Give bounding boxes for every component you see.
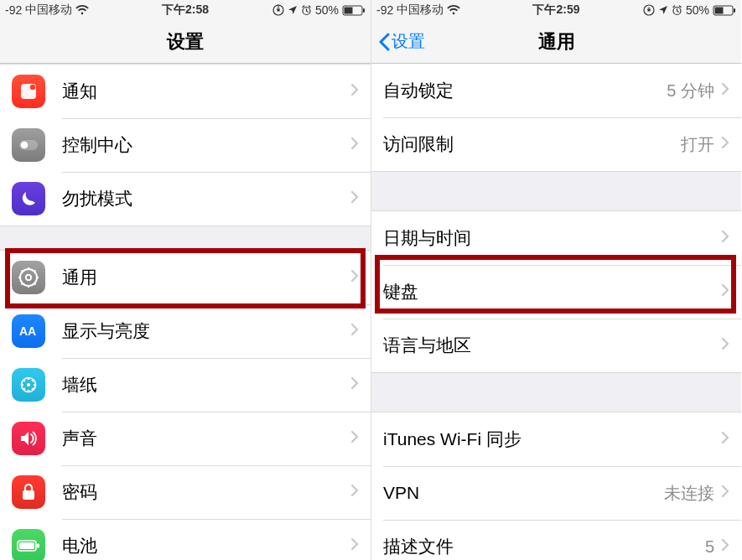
nav-bar: 设置 通用 <box>371 20 741 64</box>
rotation-lock-icon <box>272 4 284 16</box>
speaker-icon <box>12 422 45 455</box>
page-title: 设置 <box>167 29 204 54</box>
row-auto-lock[interactable]: 自动锁定 5 分钟 <box>371 64 741 117</box>
svg-rect-40 <box>734 8 735 13</box>
nav-bar: 设置 <box>0 20 371 64</box>
signal-strength: -92 <box>376 3 393 17</box>
row-label: 通知 <box>62 80 350 103</box>
alarm-icon <box>301 5 312 16</box>
row-label: iTunes Wi-Fi 同步 <box>383 428 721 451</box>
carrier-label: 中国移动 <box>25 3 72 18</box>
row-date-time[interactable]: 日期与时间 <box>371 211 741 265</box>
carrier-label: 中国移动 <box>397 3 444 18</box>
chevron-right-icon <box>721 136 729 153</box>
battery-percent: 50% <box>686 3 709 17</box>
row-label: 显示与亮度 <box>62 319 350 343</box>
list-group: 通知 控制中心 勿扰模式 <box>0 64 371 226</box>
svg-point-27 <box>23 379 25 381</box>
svg-point-11 <box>26 275 31 280</box>
chevron-right-icon <box>721 431 729 448</box>
lock-icon <box>12 475 45 509</box>
row-label: 电池 <box>62 534 350 557</box>
chevron-right-icon <box>721 485 729 501</box>
section-gap <box>371 373 741 412</box>
row-label: 键盘 <box>383 280 721 303</box>
section-gap <box>371 172 741 210</box>
chevron-right-icon <box>350 190 359 207</box>
chevron-right-icon <box>721 283 729 300</box>
back-button[interactable]: 设置 <box>378 30 425 53</box>
row-label: VPN <box>383 483 664 503</box>
row-label: 语言与地区 <box>383 334 721 357</box>
row-display-brightness[interactable]: AA 显示与亮度 <box>0 304 371 358</box>
battery-icon <box>713 5 736 16</box>
row-profiles[interactable]: 描述文件 5 <box>371 520 741 560</box>
row-detail: 5 <box>705 537 714 557</box>
settings-list[interactable]: 通知 控制中心 勿扰模式 <box>0 64 371 560</box>
row-detail: 打开 <box>681 133 714 156</box>
chevron-right-icon <box>721 230 729 246</box>
row-wallpaper[interactable]: 墙纸 <box>0 358 371 412</box>
wallpaper-icon <box>12 368 45 402</box>
svg-rect-33 <box>19 542 34 549</box>
location-icon <box>288 5 298 15</box>
list-group: 日期与时间 键盘 语言与地区 <box>371 210 741 373</box>
svg-rect-31 <box>23 490 34 500</box>
rotation-lock-icon <box>643 4 655 16</box>
row-control-center[interactable]: 控制中心 <box>0 118 371 172</box>
status-bar: -92 中国移动 下午2:59 50% <box>371 0 741 20</box>
row-general[interactable]: 通用 <box>0 251 371 304</box>
row-label: 自动锁定 <box>383 79 667 102</box>
svg-point-26 <box>34 383 36 386</box>
svg-point-30 <box>32 388 34 391</box>
moon-icon <box>12 182 45 215</box>
battery-icon <box>342 5 366 16</box>
chevron-right-icon <box>721 337 729 354</box>
row-label: 密码 <box>62 480 350 504</box>
row-language-region[interactable]: 语言与地区 <box>371 319 741 372</box>
row-passcode[interactable]: 密码 <box>0 465 371 519</box>
row-detail: 未连接 <box>664 482 714 505</box>
signal-strength: -92 <box>5 3 22 17</box>
chevron-right-icon <box>350 376 359 393</box>
battery-icon <box>12 529 45 560</box>
control-center-icon <box>12 128 45 162</box>
clock: 下午2:58 <box>162 3 209 18</box>
svg-rect-4 <box>345 7 353 13</box>
location-icon <box>658 5 668 15</box>
back-label: 设置 <box>392 30 425 53</box>
row-label: 声音 <box>62 427 350 450</box>
chevron-right-icon <box>721 82 729 99</box>
row-label: 日期与时间 <box>383 226 721 250</box>
list-group: iTunes Wi-Fi 同步 VPN 未连接 描述文件 5 <box>371 412 741 560</box>
row-label: 勿扰模式 <box>62 187 350 210</box>
general-list[interactable]: 自动锁定 5 分钟 访问限制 打开 日期与时间 键盘 语言与地区 <box>371 64 741 560</box>
row-battery[interactable]: 电池 <box>0 519 371 560</box>
chevron-right-icon <box>721 538 729 555</box>
wifi-icon <box>447 5 460 15</box>
chevron-right-icon <box>350 537 359 554</box>
svg-text:AA: AA <box>19 324 36 338</box>
row-keyboard[interactable]: 键盘 <box>371 265 741 319</box>
row-notifications[interactable]: 通知 <box>0 65 371 118</box>
wifi-icon <box>75 5 89 15</box>
status-bar: -92 中国移动 下午2:58 50% <box>0 0 371 20</box>
svg-point-9 <box>21 142 29 149</box>
row-restrictions[interactable]: 访问限制 打开 <box>371 117 741 171</box>
row-vpn[interactable]: VPN 未连接 <box>371 466 741 520</box>
row-do-not-disturb[interactable]: 勿扰模式 <box>0 172 371 226</box>
row-label: 描述文件 <box>383 535 705 558</box>
chevron-right-icon <box>350 430 359 447</box>
row-sounds[interactable]: 声音 <box>0 412 371 465</box>
row-label: 墙纸 <box>62 373 350 397</box>
svg-rect-1 <box>277 9 279 12</box>
notifications-icon <box>12 75 45 108</box>
svg-point-29 <box>23 388 25 391</box>
row-itunes-wifi-sync[interactable]: iTunes Wi-Fi 同步 <box>371 412 741 466</box>
list-group: 自动锁定 5 分钟 访问限制 打开 <box>371 64 741 172</box>
svg-rect-5 <box>363 8 365 13</box>
row-label: 通用 <box>62 266 350 289</box>
row-detail: 5 分钟 <box>667 80 714 102</box>
alarm-icon <box>672 5 682 16</box>
chevron-right-icon <box>350 323 359 340</box>
